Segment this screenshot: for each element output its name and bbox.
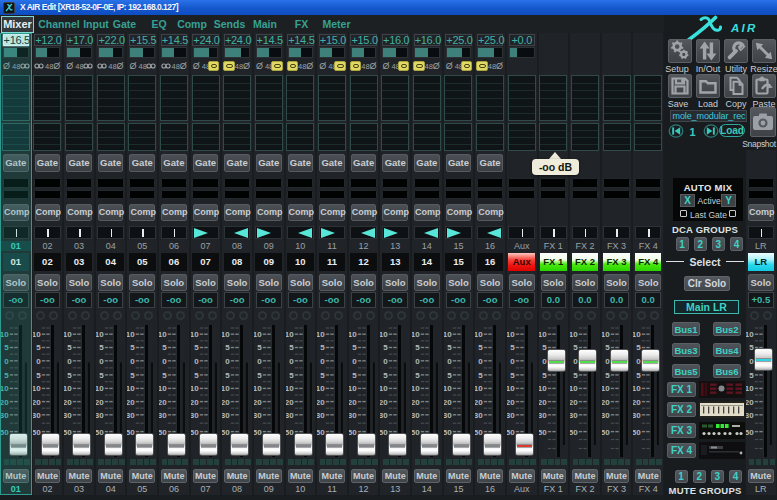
svg-text:10: 10 (380, 384, 388, 393)
svg-text:5: 5 (510, 371, 515, 380)
svg-text:0: 0 (36, 357, 41, 366)
svg-text:5: 5 (542, 343, 547, 352)
svg-text:10: 10 (570, 330, 578, 339)
svg-text:5: 5 (257, 371, 262, 380)
svg-text:30: 30 (222, 411, 230, 420)
svg-text:20: 20 (254, 398, 262, 407)
svg-text:0: 0 (194, 357, 199, 366)
svg-text:20: 20 (222, 398, 230, 407)
svg-text:10: 10 (159, 384, 167, 393)
svg-text:5: 5 (415, 371, 420, 380)
svg-text:50: 50 (127, 428, 135, 437)
svg-text:5: 5 (194, 371, 199, 380)
svg-text:5: 5 (194, 343, 199, 352)
svg-text:20: 20 (633, 398, 641, 407)
svg-text:10: 10 (254, 330, 262, 339)
svg-text:10: 10 (1, 330, 9, 339)
svg-text:30: 30 (127, 411, 135, 420)
svg-text:20: 20 (475, 398, 483, 407)
svg-text:10: 10 (412, 384, 420, 393)
svg-text:30: 30 (96, 411, 104, 420)
svg-text:30: 30 (602, 411, 610, 420)
svg-text:50: 50 (222, 428, 230, 437)
svg-text:20: 20 (191, 398, 199, 407)
svg-text:0: 0 (67, 357, 72, 366)
svg-text:5: 5 (415, 343, 420, 352)
svg-text:10: 10 (127, 384, 135, 393)
svg-text:0: 0 (447, 357, 452, 366)
svg-text:10: 10 (444, 330, 452, 339)
svg-text:50: 50 (1, 428, 9, 437)
svg-text:10: 10 (349, 330, 357, 339)
svg-text:20: 20 (444, 398, 452, 407)
svg-text:30: 30 (444, 411, 452, 420)
svg-text:5: 5 (257, 343, 262, 352)
svg-text:20: 20 (539, 398, 547, 407)
svg-text:10: 10 (380, 330, 388, 339)
svg-text:20: 20 (33, 398, 41, 407)
svg-text:50: 50 (746, 428, 754, 437)
svg-text:10: 10 (475, 384, 483, 393)
svg-text:5: 5 (478, 343, 483, 352)
svg-text:50: 50 (507, 428, 515, 437)
svg-text:5: 5 (749, 371, 754, 380)
svg-text:30: 30 (475, 411, 483, 420)
svg-text:10: 10 (222, 384, 230, 393)
svg-text:10: 10 (159, 330, 167, 339)
svg-text:5: 5 (99, 371, 104, 380)
svg-text:20: 20 (286, 398, 294, 407)
svg-text:20: 20 (746, 398, 754, 407)
svg-text:10: 10 (33, 330, 41, 339)
svg-text:10: 10 (33, 384, 41, 393)
svg-text:50: 50 (96, 428, 104, 437)
svg-text:5: 5 (131, 343, 136, 352)
svg-text:50: 50 (539, 428, 547, 437)
svg-text:20: 20 (127, 398, 135, 407)
svg-text:10: 10 (539, 384, 547, 393)
svg-text:10: 10 (507, 330, 515, 339)
svg-text:5: 5 (67, 343, 72, 352)
svg-text:30: 30 (507, 411, 515, 420)
svg-text:10: 10 (746, 384, 754, 393)
svg-text:10: 10 (570, 384, 578, 393)
svg-text:20: 20 (349, 398, 357, 407)
svg-text:0: 0 (257, 357, 262, 366)
svg-text:10: 10 (191, 384, 199, 393)
svg-text:5: 5 (131, 371, 136, 380)
svg-text:10: 10 (127, 330, 135, 339)
svg-text:10: 10 (317, 384, 325, 393)
svg-text:10: 10 (286, 330, 294, 339)
svg-text:30: 30 (64, 411, 72, 420)
svg-text:10: 10 (349, 384, 357, 393)
svg-text:5: 5 (289, 371, 294, 380)
svg-text:5: 5 (605, 371, 610, 380)
svg-text:30: 30 (633, 411, 641, 420)
svg-text:20: 20 (159, 398, 167, 407)
svg-text:5: 5 (384, 343, 389, 352)
svg-text:50: 50 (633, 428, 641, 437)
svg-text:20: 20 (64, 398, 72, 407)
svg-text:5: 5 (162, 371, 167, 380)
svg-text:30: 30 (570, 411, 578, 420)
svg-text:5: 5 (225, 343, 230, 352)
svg-text:0: 0 (478, 357, 483, 366)
svg-text:30: 30 (380, 411, 388, 420)
svg-text:5: 5 (320, 343, 325, 352)
svg-text:10: 10 (539, 330, 547, 339)
svg-text:5: 5 (4, 371, 9, 380)
svg-text:5: 5 (510, 343, 515, 352)
svg-text:50: 50 (475, 428, 483, 437)
svg-text:30: 30 (539, 411, 547, 420)
svg-text:5: 5 (99, 343, 104, 352)
svg-text:50: 50 (380, 428, 388, 437)
svg-text:50: 50 (191, 428, 199, 437)
svg-text:5: 5 (447, 343, 452, 352)
svg-text:0: 0 (162, 357, 167, 366)
svg-text:5: 5 (4, 343, 9, 352)
svg-text:30: 30 (1, 411, 9, 420)
svg-text:0: 0 (320, 357, 325, 366)
svg-text:5: 5 (225, 371, 230, 380)
svg-text:0: 0 (4, 357, 9, 366)
svg-text:30: 30 (349, 411, 357, 420)
svg-text:5: 5 (289, 343, 294, 352)
